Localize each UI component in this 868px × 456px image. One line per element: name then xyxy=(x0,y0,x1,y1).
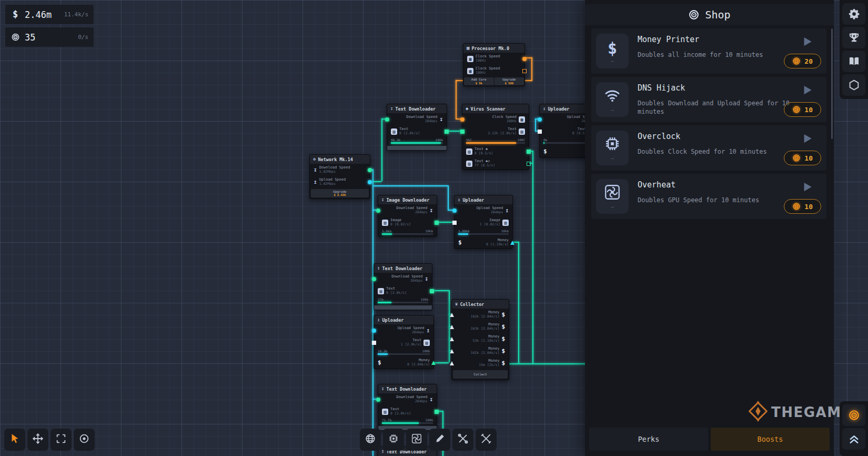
node-row-value: 100Hz xyxy=(476,59,500,63)
target-tool-button[interactable] xyxy=(74,429,95,451)
download-icon: ↧ xyxy=(381,386,384,391)
box-select-tool-button[interactable] xyxy=(51,429,72,451)
buy-button[interactable]: 20 xyxy=(784,54,821,68)
gsq-port[interactable] xyxy=(527,150,531,154)
gsq-port[interactable] xyxy=(430,289,434,293)
wsq-port[interactable] xyxy=(452,221,457,225)
salvage-tab-button[interactable] xyxy=(476,429,497,451)
cdot-port[interactable] xyxy=(538,117,542,122)
cdot-port[interactable] xyxy=(372,329,376,333)
gdot-port[interactable] xyxy=(372,277,376,281)
node-network[interactable]: ⊕Network Mk.14↧Download Speed1.02Mbps↥Up… xyxy=(309,154,370,199)
gsq-port[interactable] xyxy=(460,130,465,134)
chip-icon xyxy=(603,135,621,155)
gdot-port[interactable] xyxy=(385,117,389,122)
gsqo-port[interactable] xyxy=(527,162,531,166)
wtri-port[interactable] xyxy=(450,361,454,365)
price-value: 10 xyxy=(804,203,813,211)
select-tool-button[interactable] xyxy=(4,429,25,451)
buy-button[interactable]: 10 xyxy=(784,199,821,214)
gdot-port[interactable] xyxy=(376,209,380,213)
upgrades-button[interactable] xyxy=(842,428,865,450)
node-row-text: Clock Speed100Hz xyxy=(476,54,500,63)
connection-line xyxy=(381,118,382,181)
odot-port[interactable] xyxy=(522,57,527,61)
wtri-port[interactable] xyxy=(450,325,454,329)
activate-button[interactable] xyxy=(800,83,814,97)
node-row-text: Clock Speed100Hz xyxy=(492,115,517,123)
tools-tab-button[interactable] xyxy=(452,429,473,451)
add-core-button[interactable]: Add Core$ 5k xyxy=(464,77,494,85)
node-text-downloader-3[interactable]: ↧Text DownloaderDownload Speed204bps↧▤Te… xyxy=(378,384,437,431)
dollar-icon: $ xyxy=(501,335,505,342)
codex-button[interactable] xyxy=(842,51,865,72)
globe-icon xyxy=(365,433,376,447)
upgrade-button[interactable]: Upgrade$ 500 xyxy=(494,77,524,85)
node-row: Clock Speed100Hz▦ xyxy=(462,113,529,125)
wtri-port[interactable] xyxy=(450,313,454,317)
progress-max: 10kb xyxy=(426,229,433,233)
gsq-port[interactable] xyxy=(435,221,439,225)
shop-tabs: PerksBoosts xyxy=(589,428,830,451)
node-text-downloader-1[interactable]: ↧Text DownloaderDownload Speed204bps↧▤Te… xyxy=(387,104,447,151)
wsq-port[interactable] xyxy=(372,341,376,345)
shop-button[interactable] xyxy=(842,404,865,426)
gsq-port[interactable] xyxy=(435,410,439,414)
processor-tab-button[interactable] xyxy=(383,429,404,451)
bullseye-icon xyxy=(848,409,860,421)
odot-port[interactable] xyxy=(460,117,465,122)
node-row-value: 0 [0.5/s] xyxy=(475,152,493,156)
activate-button[interactable] xyxy=(800,132,814,145)
collect-button[interactable]: Collect xyxy=(453,370,508,379)
button-label: Upgrade xyxy=(502,78,516,82)
pen-tool-button[interactable] xyxy=(429,429,450,451)
modules-button[interactable] xyxy=(842,74,865,96)
cdot-port[interactable] xyxy=(452,209,457,213)
node-row: Upload Speed204bps↥ xyxy=(455,204,512,216)
wtri-port[interactable] xyxy=(450,349,454,353)
buy-button[interactable]: 10 xyxy=(784,151,821,165)
node-text-downloader-2[interactable]: ↧Text DownloaderDownload Speed204bps↧▤Te… xyxy=(374,263,432,310)
ctri-port[interactable] xyxy=(510,241,514,245)
node-processor[interactable]: ▦Processor Mk.0▦Clock Speed100Hz▦Clock S… xyxy=(463,43,525,86)
upgrade-button[interactable]: Upgrade$ 2.43k xyxy=(311,189,369,197)
node-progress: 99.3b100b xyxy=(387,137,447,145)
node-collector[interactable]: ♛CollectorMoney162k [2.04k/s]$Money163k … xyxy=(451,299,509,380)
gear-icon xyxy=(848,8,860,20)
buy-button[interactable]: 10 xyxy=(784,102,821,117)
connection-line xyxy=(518,242,519,363)
activate-button[interactable] xyxy=(800,35,814,48)
node-row-value: 204bps xyxy=(406,120,437,124)
icon-dash: — xyxy=(611,156,614,161)
gdot-port[interactable] xyxy=(376,398,380,402)
settings-button[interactable] xyxy=(842,3,865,25)
gsq-port[interactable] xyxy=(445,130,449,134)
wsq-port[interactable] xyxy=(538,130,542,134)
cdot-port[interactable] xyxy=(368,180,372,184)
gdot-port[interactable] xyxy=(368,168,372,172)
gtri-port[interactable] xyxy=(431,361,436,365)
tab-perks[interactable]: Perks xyxy=(589,428,708,451)
node-virus-scanner[interactable]: ◆Virus ScannerClock Speed100Hz▦Text3.12k… xyxy=(462,104,529,170)
pan-tool-button[interactable] xyxy=(27,429,48,451)
osqo-port[interactable] xyxy=(522,69,527,73)
tab-boosts[interactable]: Boosts xyxy=(711,428,830,451)
node-row: ↥Upload Speed1.02Mbps xyxy=(310,176,370,188)
connection-line xyxy=(535,118,536,131)
shop-scrollbar[interactable] xyxy=(831,28,833,139)
wrenches-icon xyxy=(480,433,492,447)
node-progress: 27b100b xyxy=(374,297,432,305)
node-row: Image1 [0.02/s]▨ xyxy=(455,216,512,229)
node-uploader-mid[interactable]: ↥UploaderUpload Speed204bps↥Image1 [0.02… xyxy=(454,195,513,249)
node-uploader-bottom[interactable]: ↥UploaderUpload Speed204bps↥Text1 [2.0k/… xyxy=(374,315,434,369)
achievements-button[interactable] xyxy=(842,27,865,48)
progress-max: 100b xyxy=(422,349,430,353)
wtri-port[interactable] xyxy=(450,337,454,341)
node-progress: 1.99kb10kb xyxy=(455,229,512,236)
node-image-downloader[interactable]: ↧Image DownloaderDownload Speed204bps↧▨I… xyxy=(378,195,437,237)
gpu-tab-button[interactable] xyxy=(406,429,427,451)
upload-icon: ↥ xyxy=(458,197,460,202)
network-tab-button[interactable] xyxy=(360,429,381,451)
activate-button[interactable] xyxy=(800,180,814,194)
button-label: Collect xyxy=(473,373,487,376)
